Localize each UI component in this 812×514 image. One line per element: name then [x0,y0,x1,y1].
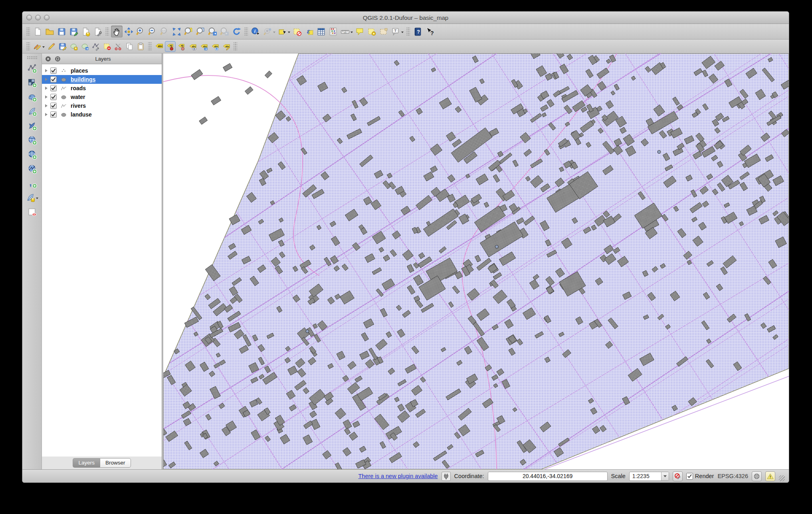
map-canvas[interactable] [163,53,789,469]
expand-arrow-icon[interactable] [45,69,48,72]
panel-float-button[interactable] [54,55,61,62]
add-wms-layer-button[interactable] [27,134,38,146]
cut-features-button[interactable] [113,41,124,52]
layer-visibility-checkbox[interactable] [50,111,57,118]
deselect-features-button[interactable] [291,26,303,38]
paste-features-button[interactable] [135,41,146,52]
add-vector-layer-button[interactable] [27,62,38,75]
zoom-last-button[interactable] [207,26,218,38]
expand-arrow-icon[interactable] [45,87,48,90]
scale-value: 1:2235 [632,473,650,479]
label-move-button[interactable]: abc [198,41,209,52]
resize-grip[interactable] [779,475,785,481]
zoom-native-button[interactable]: 1:1 [159,26,170,38]
open-project-button[interactable] [44,26,55,38]
show-bookmarks-button[interactable] [378,26,390,38]
toggle-editing-button[interactable] [46,41,57,52]
layer-visibility-checkbox[interactable] [50,85,57,91]
whats-this-button[interactable]: ? [424,26,436,38]
svg-text:*: * [75,46,77,50]
new-project-button[interactable] [32,26,44,38]
layer-item-buildings[interactable]: buildings [42,75,162,84]
labeling-button[interactable]: abc [154,41,164,52]
feature-action-button[interactable] [262,26,276,38]
stop-render-button[interactable] [673,471,683,481]
copy-features-button[interactable] [124,41,135,52]
new-spatialite-layer-button[interactable]: * [25,191,39,204]
add-raster-layer-button[interactable] [27,76,38,89]
zoom-full-button[interactable] [171,26,182,38]
map-tips-button[interactable] [354,26,366,38]
add-wcs-layer-button[interactable] [27,148,38,161]
pan-map-button[interactable] [111,26,123,38]
expand-arrow-icon[interactable] [45,104,48,107]
scale-combo[interactable]: 1:2235 [629,472,669,481]
minimize-window-button[interactable] [35,15,41,20]
zoom-out-button[interactable] [147,26,158,38]
layer-item-roads[interactable]: roads [42,84,162,93]
panel-tab-layers[interactable]: Layers [73,458,100,468]
move-feature-button[interactable] [79,41,90,52]
messages-button[interactable] [765,471,775,481]
current-edits-button[interactable] [32,41,46,52]
field-calculator-button[interactable] [327,26,339,38]
delete-selected-button[interactable] [102,41,113,52]
layer-visibility-checkbox[interactable] [50,67,57,74]
pan-to-selection-button[interactable] [123,26,135,38]
new-composer-button[interactable]: * [80,26,91,38]
plugin-link[interactable]: There is a new plugin available [358,473,438,479]
save-project-as-button[interactable] [68,26,79,38]
select-features-button[interactable] [277,26,291,38]
layer-item-landuse[interactable]: landuse [42,110,162,119]
zoom-window-button[interactable] [44,15,50,20]
coordinate-input[interactable] [488,472,608,481]
add-mssql-layer-button[interactable] [27,119,38,132]
composer-manager-button[interactable] [92,26,103,38]
layer-item-rivers[interactable]: rivers [42,101,162,110]
layer-visibility-checkbox[interactable] [50,76,57,83]
layer-item-places[interactable]: places [42,66,162,75]
help-contents-button[interactable]: ? [412,26,424,38]
label-unpin-button[interactable]: ab [176,41,187,52]
node-tool-button[interactable] [91,41,101,52]
save-edits-button[interactable] [57,41,68,52]
refresh-button[interactable] [231,26,242,38]
text-annotation-button[interactable]: T [390,26,404,38]
panel-tab-browser[interactable]: Browser [100,458,131,468]
label-properties-button[interactable]: abc [221,41,232,52]
layer-visibility-checkbox[interactable] [50,103,57,109]
attribute-table-button[interactable] [315,26,327,38]
identify-button[interactable]: i [250,26,261,38]
label-pin-button[interactable]: ab [165,41,176,52]
save-project-button[interactable] [56,26,67,38]
new-bookmark-button[interactable] [366,26,378,38]
remove-layer-button[interactable] [27,206,38,218]
close-window-button[interactable] [26,15,32,20]
crs-button[interactable] [752,471,762,481]
plugin-icon[interactable] [442,472,451,481]
select-by-expression-button[interactable]: ε [303,26,315,38]
label-show-hide-button[interactable]: abc [187,41,198,52]
zoom-to-selection-button[interactable] [183,26,194,38]
expand-arrow-icon[interactable] [45,113,48,116]
render-checkbox[interactable] [686,473,693,480]
toolbar-grip[interactable] [27,56,37,59]
add-feature-button[interactable]: * [68,41,79,52]
add-delimited-text-button[interactable]: , [27,177,38,190]
layer-visibility-checkbox[interactable] [50,94,57,100]
layer-item-water[interactable]: water [42,93,162,101]
add-wfs-layer-button[interactable] [27,162,38,175]
measure-button[interactable]: mm [339,26,354,38]
add-spatialite-layer-button[interactable] [27,105,38,118]
label-rotate-button[interactable]: abc [210,41,220,52]
zoom-in-button[interactable] [135,26,147,38]
scale-combo-arrow[interactable] [661,472,669,480]
zoom-next-button[interactable] [219,26,230,38]
expand-arrow-icon[interactable] [45,78,48,81]
panel-close-button[interactable] [45,55,51,62]
add-postgis-layer-button[interactable] [27,91,38,103]
expand-arrow-icon[interactable] [45,95,48,99]
bookmark-show-icon [379,27,389,37]
zoom-to-layer-button[interactable] [195,26,206,38]
node-tool-icon [91,42,101,51]
